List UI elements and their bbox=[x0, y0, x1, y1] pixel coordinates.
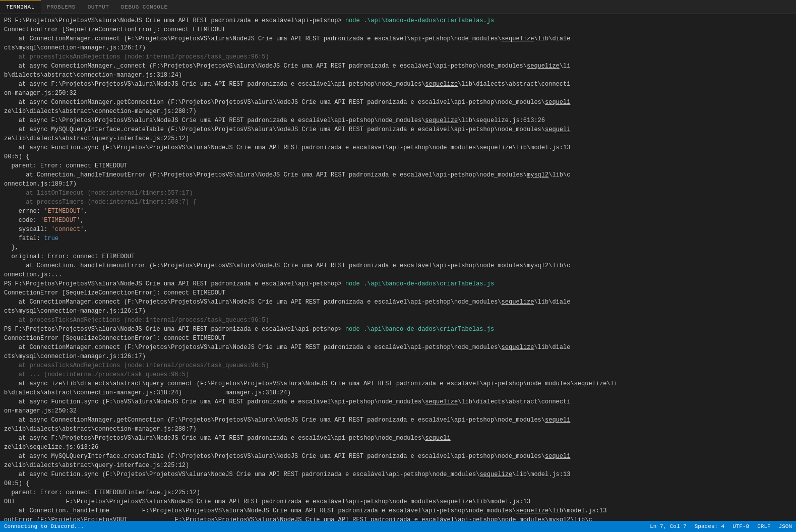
status-line-ending: CRLF bbox=[757, 523, 770, 529]
status-language: JSON bbox=[779, 523, 792, 529]
terminal-line: ze\lib\sequelize.js:613:26 bbox=[4, 443, 792, 452]
terminal-line: at async F:\Projetos\ProjetosVS\alura\No… bbox=[4, 80, 792, 89]
status-bar-right: Ln 7, Col 7 Spaces: 4 UTF-8 CRLF JSON bbox=[650, 523, 792, 529]
terminal-line: onnection.js:... bbox=[4, 270, 792, 279]
tab-bar: TERMINAL PROBLEMS OUTPUT DEBUG CONSOLE bbox=[0, 0, 796, 14]
terminal-line: at async Function.sync (F:\osVS\alura\No… bbox=[4, 397, 792, 406]
terminal-line: ConnectionError [SequelizeConnectionErro… bbox=[4, 25, 792, 34]
terminal-line: 00:5) { bbox=[4, 152, 792, 161]
terminal-line: at async ize\lib\dialects\abstract\query… bbox=[4, 379, 792, 388]
terminal-line: at async Function.sync (F:\Projetos\Proj… bbox=[4, 143, 792, 152]
terminal-line: cts\mysql\connection-manager.js:126:17) bbox=[4, 43, 792, 52]
terminal-line: at processTimers (node:internal/timers:5… bbox=[4, 198, 792, 207]
terminal-line: parent: Error: connect ETIMEDOUTinterfac… bbox=[4, 488, 792, 497]
terminal-line: ze\lib\dialects\abstract\connection-mana… bbox=[4, 107, 792, 116]
terminal-line: on-manager.js:250:32 bbox=[4, 406, 792, 416]
terminal-line: on-manager.js:250:32 bbox=[4, 89, 792, 98]
terminal-line: at listOnTimeout (node:internal/timers:5… bbox=[4, 189, 792, 198]
terminal-line: at async MySQLQueryInterface.createTable… bbox=[4, 125, 792, 134]
terminal-line: errno: 'ETIMEDOUT', bbox=[4, 207, 792, 216]
terminal-line: OUT F:\Projetos\ProjetosVS\alura\NodeJS … bbox=[4, 497, 792, 506]
terminal-line: at Connection._handleTimeoutError (F:\Pr… bbox=[4, 170, 792, 180]
terminal-line: at ... (node:internal/process/task_queue… bbox=[4, 370, 792, 379]
terminal-line: at processTicksAndRejections (node:inter… bbox=[4, 316, 792, 325]
terminal-line: 00:5) { bbox=[4, 479, 792, 488]
terminal-line: at ConnectionManager.connect (F:\Projeto… bbox=[4, 298, 792, 307]
terminal-line: at ConnectionManager.connect (F:\Projeto… bbox=[4, 343, 792, 352]
terminal-line: ze\lib\dialects\abstract\query-interface… bbox=[4, 461, 792, 470]
terminal-line: ze\lib\dialects\abstract\query-interface… bbox=[4, 134, 792, 143]
status-encoding: UTF-8 bbox=[732, 523, 749, 529]
tab-problems[interactable]: PROBLEMS bbox=[41, 0, 82, 14]
terminal-line: outError (F:\Projetos\ProjetosVOUT F:\Pr… bbox=[4, 515, 792, 521]
terminal-line: }, bbox=[4, 243, 792, 252]
terminal-line: onnection.js:189:17) bbox=[4, 180, 792, 189]
status-bar-left: Connecting to Discord... bbox=[4, 523, 84, 529]
terminal-line: original: Error: connect ETIMEDOUT bbox=[4, 252, 792, 261]
terminal-line: at processTicksAndRejections (node:inter… bbox=[4, 361, 792, 370]
terminal-line: at processTicksAndRejections (node:inter… bbox=[4, 52, 792, 62]
terminal-line: b\dialects\abstract\connection-manager.j… bbox=[4, 71, 792, 80]
tab-terminal[interactable]: TERMINAL bbox=[0, 0, 41, 14]
terminal-line: PS F:\Projetos\ProjetosVS\alura\NodeJS C… bbox=[4, 279, 792, 288]
status-connecting: Connecting to Discord... bbox=[4, 523, 84, 529]
terminal-line: at Connection._handleTimeoutError (F:\Pr… bbox=[4, 261, 792, 270]
terminal-line: code: 'ETIMEDOUT', bbox=[4, 216, 792, 225]
tab-debug-console[interactable]: DEBUG CONSOLE bbox=[115, 0, 173, 14]
status-bar: Connecting to Discord... Ln 7, Col 7 Spa… bbox=[0, 521, 796, 532]
status-ln-col: Ln 7, Col 7 bbox=[650, 523, 687, 529]
status-spaces: Spaces: 4 bbox=[695, 523, 724, 529]
terminal-line: fatal: true bbox=[4, 234, 792, 243]
tab-output[interactable]: OUTPUT bbox=[82, 0, 115, 14]
terminal-line: ze\lib\dialects\abstract\connection-mana… bbox=[4, 425, 792, 434]
terminal-line: b\dialects\abstract\connection-manager.j… bbox=[4, 388, 792, 397]
terminal-line: at async Function.sync (F:\Projetos\Proj… bbox=[4, 470, 792, 479]
terminal-line: PS F:\Projetos\ProjetosVS\alura\NodeJS C… bbox=[4, 325, 792, 334]
terminal-line: ConnectionError [SequelizeConnectionErro… bbox=[4, 334, 792, 343]
terminal-line: at async MySQLQueryInterface.createTable… bbox=[4, 452, 792, 461]
terminal-line: at async ConnectionManager.getConnection… bbox=[4, 98, 792, 107]
terminal-line: PS F:\Projetos\ProjetosVS\alura\NodeJS C… bbox=[4, 16, 792, 25]
terminal-line: cts\mysql\connection-manager.js:126:17) bbox=[4, 352, 792, 361]
terminal-line: at async ConnectionManager._connect (F:\… bbox=[4, 62, 792, 71]
terminal-body[interactable]: PS F:\Projetos\ProjetosVS\alura\NodeJS C… bbox=[0, 14, 796, 521]
terminal-line: at Connection._handleTime F:\Projetos\Pr… bbox=[4, 506, 792, 515]
terminal-line: at async F:\Projetos\ProjetosVS\alura\No… bbox=[4, 434, 792, 443]
terminal-line: at async ConnectionManager.getConnection… bbox=[4, 416, 792, 425]
terminal-line: at ConnectionManager.connect (F:\Projeto… bbox=[4, 34, 792, 43]
terminal-line: parent: Error: connect ETIMEDOUT bbox=[4, 161, 792, 170]
terminal-line: ConnectionError [SequelizeConnectionErro… bbox=[4, 288, 792, 298]
terminal-line: cts\mysql\connection-manager.js:126:17) bbox=[4, 307, 792, 316]
terminal-line: syscall: 'connect', bbox=[4, 225, 792, 234]
terminal-line: at async F:\Projetos\ProjetosVS\alura\No… bbox=[4, 116, 792, 125]
